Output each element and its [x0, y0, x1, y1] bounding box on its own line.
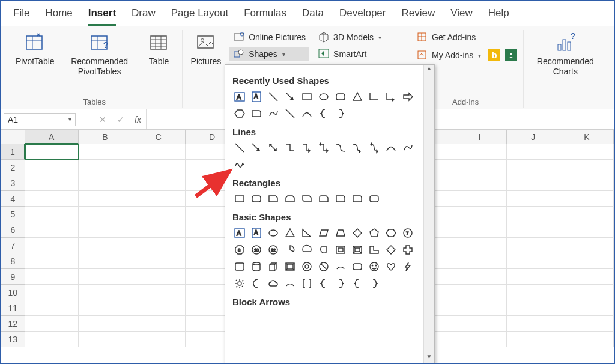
cell-A2[interactable]: [25, 160, 79, 175]
cell-A11[interactable]: [25, 300, 79, 316]
shape-moon[interactable]: [249, 276, 264, 291]
row-header-11[interactable]: 11: [1, 300, 25, 316]
shape-curvecon[interactable]: [333, 141, 348, 155]
cell-K2[interactable]: [560, 160, 614, 175]
shape-textboxv[interactable]: A: [249, 226, 264, 240]
cell-K11[interactable]: [560, 300, 614, 316]
cell-K12[interactable]: [560, 316, 614, 332]
cell-B6[interactable]: [79, 222, 132, 238]
cell-K9[interactable]: [560, 269, 614, 285]
cell-I6[interactable]: [453, 222, 507, 238]
row-header-12[interactable]: 12: [1, 316, 25, 332]
shape-snip2d[interactable]: [300, 192, 314, 206]
shape-arc[interactable]: [333, 259, 348, 274]
shape-scribble[interactable]: [232, 157, 247, 172]
shape-lconn[interactable]: [367, 89, 381, 104]
cell-I11[interactable]: [453, 300, 507, 316]
cell-J9[interactable]: [507, 269, 560, 285]
shape-elbowarr[interactable]: [300, 141, 314, 155]
cell-B2[interactable]: [79, 160, 132, 175]
cell-C4[interactable]: [132, 191, 186, 207]
cell-K7[interactable]: [560, 238, 614, 253]
tab-review[interactable]: Review: [401, 7, 435, 26]
recommended-pivottables-button[interactable]: ? Recommended PivotTables: [63, 30, 136, 79]
shape-lbrace[interactable]: [317, 276, 331, 291]
cell-K1[interactable]: [560, 144, 614, 160]
cell-B9[interactable]: [79, 269, 132, 285]
row-header-3[interactable]: 3: [1, 175, 25, 191]
shape-oval[interactable]: [317, 89, 331, 104]
shape-rtri[interactable]: [300, 226, 314, 240]
cell-C11[interactable]: [132, 300, 186, 316]
cell-I9[interactable]: [453, 269, 507, 285]
cell-A1[interactable]: [25, 144, 79, 160]
shape-round2d[interactable]: [367, 192, 381, 206]
cell-I13[interactable]: [453, 332, 507, 347]
shape-bolt[interactable]: [401, 259, 415, 274]
column-header-K[interactable]: K: [560, 130, 614, 144]
cell-I5[interactable]: [453, 207, 507, 222]
shape-line[interactable]: [266, 89, 280, 104]
shape-chord[interactable]: [300, 243, 314, 257]
shape-cube[interactable]: [266, 259, 280, 274]
cell-K3[interactable]: [560, 175, 614, 191]
shape-diamond[interactable]: [384, 243, 398, 257]
shape-noSymbol[interactable]: [317, 259, 331, 274]
cell-A10[interactable]: [25, 285, 79, 300]
cell-B1[interactable]: [79, 144, 132, 160]
cell-I2[interactable]: [453, 160, 507, 175]
shape-hept[interactable]: 7: [401, 226, 415, 240]
shape-arrow[interactable]: [283, 89, 297, 104]
shape-elbow[interactable]: [283, 141, 297, 155]
cell-A4[interactable]: [25, 191, 79, 207]
shape-curve[interactable]: [384, 141, 398, 155]
shape-para[interactable]: [317, 226, 331, 240]
table-button[interactable]: Table: [141, 30, 177, 69]
cell-I10[interactable]: [453, 285, 507, 300]
shape-roundrect[interactable]: [350, 259, 365, 274]
cell-K8[interactable]: [560, 253, 614, 269]
row-header-4[interactable]: 4: [1, 191, 25, 207]
shape-heart[interactable]: [384, 259, 398, 274]
shape-line[interactable]: [232, 141, 247, 155]
shape-diamond[interactable]: [350, 226, 365, 240]
cell-J11[interactable]: [507, 300, 560, 316]
row-header-5[interactable]: 5: [1, 207, 25, 222]
cell-A13[interactable]: [25, 332, 79, 347]
cell-K4[interactable]: [560, 191, 614, 207]
shape-snip2s[interactable]: [283, 192, 297, 206]
cell-C8[interactable]: [132, 253, 186, 269]
tab-developer[interactable]: Developer: [339, 7, 386, 26]
tab-view[interactable]: View: [450, 7, 473, 26]
shapes-button[interactable]: Shapes ▾: [229, 47, 309, 61]
cell-C3[interactable]: [132, 175, 186, 191]
shape-dec[interactable]: 10: [249, 243, 264, 257]
cell-I1[interactable]: [453, 144, 507, 160]
shape-sun[interactable]: [232, 276, 247, 291]
scroll-down-icon[interactable]: ▼: [424, 353, 434, 363]
pivottable-button[interactable]: PivotTable: [12, 30, 58, 69]
shape-pent[interactable]: [367, 226, 381, 240]
cell-J3[interactable]: [507, 175, 560, 191]
3d-models-button[interactable]: 3D Models ▾: [314, 30, 385, 44]
tab-insert[interactable]: Insert: [88, 7, 116, 26]
shape-curve[interactable]: [300, 106, 314, 121]
shape-rect[interactable]: [300, 89, 314, 104]
people-graph-addin-button[interactable]: [504, 48, 518, 62]
cell-K5[interactable]: [560, 207, 614, 222]
shape-snip1[interactable]: [266, 192, 280, 206]
cell-I4[interactable]: [453, 191, 507, 207]
get-addins-button[interactable]: Get Add-ins: [413, 30, 479, 44]
shape-rbrace[interactable]: [367, 276, 381, 291]
cell-C5[interactable]: [132, 207, 186, 222]
cell-I7[interactable]: [453, 238, 507, 253]
scroll-up-icon[interactable]: ▲: [424, 65, 434, 74]
select-all-corner[interactable]: [1, 130, 25, 144]
tab-help[interactable]: Help: [488, 7, 509, 26]
cell-B11[interactable]: [79, 300, 132, 316]
column-header-I[interactable]: I: [453, 130, 507, 144]
shape-tri[interactable]: [350, 89, 365, 104]
cell-A5[interactable]: [25, 207, 79, 222]
cell-J13[interactable]: [507, 332, 560, 347]
cell-C1[interactable]: [132, 144, 186, 160]
